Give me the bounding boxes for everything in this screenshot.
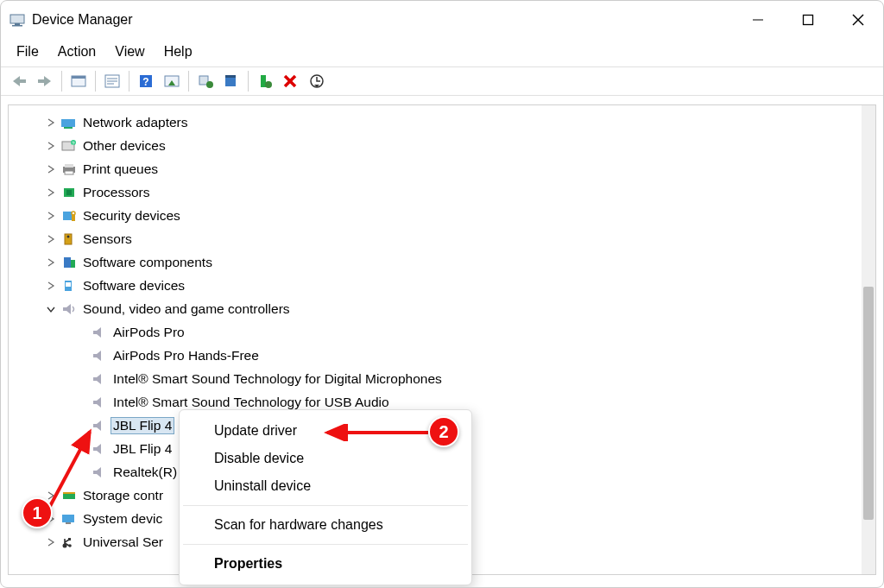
tree-item[interactable]: Intel® Smart Sound Technology for Digita…: [9, 367, 875, 390]
svg-rect-34: [65, 171, 73, 174]
tree-label: Intel® Smart Sound Technology for USB Au…: [113, 395, 389, 410]
tree-item[interactable]: AirPods Pro Hands-Free: [9, 344, 875, 367]
svg-rect-51: [68, 538, 71, 541]
svg-rect-1: [15, 23, 20, 25]
disable-device-button[interactable]: [278, 69, 304, 93]
svg-text:?: ?: [142, 76, 148, 88]
tree-label: Intel® Smart Sound Technology for Digita…: [113, 371, 442, 387]
chevron-right-icon[interactable]: [45, 233, 57, 245]
chevron-right-icon[interactable]: [45, 280, 57, 292]
show-hidden-button[interactable]: [66, 69, 92, 93]
tree-label: Print queues: [83, 161, 158, 177]
software-component-icon: [60, 254, 78, 271]
chevron-right-icon[interactable]: [45, 256, 57, 269]
tree-category[interactable]: Software components: [9, 250, 875, 274]
context-properties[interactable]: Properties: [180, 550, 471, 578]
speaker-icon: [91, 324, 108, 341]
tree-category[interactable]: Sensors: [9, 227, 875, 250]
svg-rect-21: [225, 75, 236, 78]
tree-label: JBL Flip 4: [110, 417, 174, 434]
speaker-icon: [91, 394, 108, 411]
tree-label: Software components: [83, 255, 212, 270]
svg-rect-33: [65, 164, 73, 168]
svg-rect-4: [804, 16, 813, 25]
menu-separator: [183, 544, 468, 545]
scan-hardware-button[interactable]: [304, 69, 330, 93]
tree-label: Realtek(R): [113, 465, 177, 480]
scrollbar-thumb[interactable]: [863, 287, 874, 520]
chevron-right-icon[interactable]: [45, 163, 57, 175]
forward-button[interactable]: [32, 69, 58, 93]
tree-category[interactable]: Processors: [9, 180, 875, 204]
svg-point-19: [206, 81, 213, 88]
tree-label: AirPods Pro: [113, 325, 185, 340]
sensor-icon: [60, 231, 78, 248]
network-adapter-icon: [60, 114, 78, 131]
tree-label: Universal Ser: [83, 534, 163, 550]
update-driver-button[interactable]: [193, 69, 218, 93]
svg-rect-42: [64, 257, 71, 268]
svg-point-23: [265, 81, 272, 88]
tree-label: Other devices: [83, 138, 166, 154]
svg-rect-27: [61, 119, 75, 127]
other-device-icon: ?: [60, 137, 78, 155]
minimize-button[interactable]: [733, 1, 783, 39]
svg-rect-49: [66, 522, 71, 524]
context-uninstall-device[interactable]: Uninstall device: [180, 472, 471, 500]
window-controls: [733, 1, 883, 39]
tree-item[interactable]: AirPods Pro: [9, 320, 875, 344]
svg-rect-0: [10, 15, 24, 23]
chevron-right-icon[interactable]: [45, 140, 57, 152]
maximize-button[interactable]: [783, 1, 833, 39]
chevron-right-icon[interactable]: [45, 536, 57, 548]
enable-device-button[interactable]: [252, 69, 278, 93]
menu-view[interactable]: View: [106, 42, 153, 61]
menu-help[interactable]: Help: [155, 42, 201, 61]
svg-rect-45: [66, 282, 71, 287]
chevron-right-icon[interactable]: [45, 187, 57, 199]
svg-rect-43: [71, 260, 75, 268]
chevron-right-icon[interactable]: [45, 210, 57, 222]
svg-rect-2: [12, 25, 22, 27]
svg-rect-22: [261, 75, 266, 87]
help-button[interactable]: ?: [133, 69, 159, 93]
usb-icon: [60, 534, 78, 551]
tree-category[interactable]: ? Other devices: [9, 134, 875, 157]
menu-action[interactable]: Action: [49, 42, 104, 61]
chevron-right-icon[interactable]: [45, 117, 57, 129]
tree-label: JBL Flip 4: [113, 441, 172, 457]
tree-label: Software devices: [83, 278, 185, 294]
chevron-down-icon[interactable]: [45, 303, 57, 315]
annotation-badge-1: 1: [22, 497, 53, 528]
tree-category[interactable]: Security devices: [9, 204, 875, 227]
devices-by-type-button[interactable]: [159, 69, 185, 93]
tree-label: Security devices: [83, 208, 180, 224]
close-button[interactable]: [833, 1, 883, 39]
tree-label: Network adapters: [83, 115, 187, 130]
back-button[interactable]: [6, 69, 32, 93]
svg-rect-36: [66, 190, 72, 195]
svg-rect-10: [72, 76, 85, 79]
menu-file[interactable]: File: [8, 42, 47, 61]
printer-icon: [60, 161, 78, 178]
svg-point-39: [72, 212, 75, 215]
annotation-badge-2: 2: [428, 416, 459, 447]
context-scan-hardware[interactable]: Scan for hardware changes: [180, 511, 471, 539]
properties-button[interactable]: [99, 69, 125, 93]
annotation-arrow-1: [42, 423, 103, 514]
app-icon: [9, 12, 25, 28]
speaker-icon: [60, 300, 78, 318]
tree-category[interactable]: Print queues: [9, 157, 875, 180]
tree-category[interactable]: Network adapters: [9, 111, 875, 134]
menu-separator: [183, 505, 468, 506]
svg-point-52: [68, 544, 72, 547]
scrollbar[interactable]: [862, 105, 875, 574]
window-title: Device Manager: [32, 12, 133, 28]
toolbar: ?: [1, 66, 883, 96]
tree-category[interactable]: Software devices: [9, 274, 875, 297]
svg-line-53: [49, 432, 90, 508]
tree-category-sound[interactable]: Sound, video and game controllers: [9, 297, 875, 320]
speaker-icon: [91, 347, 108, 364]
uninstall-button[interactable]: [218, 69, 244, 93]
context-disable-device[interactable]: Disable device: [180, 445, 471, 472]
